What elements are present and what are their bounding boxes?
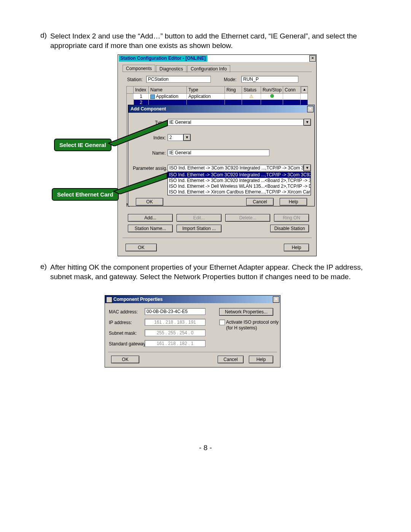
divider [123,238,312,238]
help-button[interactable]: Help [280,198,307,206]
help-button[interactable]: Help [284,244,309,251]
col-runstop: Run/Stop [261,86,283,94]
divider [108,352,277,352]
list-item[interactable]: ISO Ind. Ethernet -> Xircom Cardbus Ethe… [168,189,311,195]
station-name-button[interactable]: Station Name... [128,225,173,232]
name-input[interactable]: IE General [167,149,269,156]
param-combo[interactable]: ISO Ind. Ethernet -> 3Com 3C920 Integrat… [167,165,311,171]
ok-button[interactable]: OK [126,244,157,251]
index-label: Index: [153,135,166,141]
component-properties-title: Component Properties × [105,296,280,303]
subnet-label: Subnet mask: [109,331,137,336]
mode-field: RUN_P [241,76,298,83]
chevron-down-icon[interactable]: ▼ [304,165,311,171]
app-icon [106,297,112,303]
ip-label: IP address: [109,320,132,325]
close-icon[interactable]: × [273,296,279,303]
type-label: Type: [155,120,166,125]
scroll-up-icon[interactable]: ▲ [301,86,308,93]
col-status: Status [242,86,261,94]
col-ring: Ring [225,86,242,94]
subnet-input: 255 . 255 . 254 . 0 [145,329,206,336]
col-type: Type [187,86,225,94]
type-combo[interactable]: IE General ▼ [167,119,311,126]
list-marker-e: e) [40,262,47,271]
station-label: Station: [127,77,143,82]
list-item[interactable]: ISO Ind. Ethernet -> 3Com 3C920 Integrat… [168,172,311,178]
tabs: Components Diagnostics Configuration Inf… [123,65,231,72]
callout-ie-general: Select IE General [54,139,112,151]
gateway-input: 161 . 218 . 182 . 1 [145,340,206,347]
run-indicator-icon [270,94,274,98]
paragraph-d: Select Index 2 and use the “Add…” button… [50,31,358,50]
list-item[interactable]: ISO Ind. Ethernet -> Dell Wireless WLAN … [168,184,311,189]
edit-button[interactable]: Edit... [177,214,221,222]
mac-label: MAC address: [109,309,138,315]
add-button[interactable]: Add... [128,214,173,222]
station-name-field: PCStation [146,76,211,83]
table-row[interactable]: 1 Application Application ⚠ [127,94,307,100]
network-properties-button[interactable]: Network Properties... [219,308,273,316]
col-conn: Conn [283,86,301,94]
callout-ethernet-card: Select Ethernet Card [52,188,119,201]
activate-iso-label: Activate ISO protocol only [226,320,279,325]
paragraph-e: After hitting OK the component propertie… [50,262,366,281]
add-component-dialog: Add Component × Type: IE General ▼ Index… [128,105,315,206]
component-properties-window: Component Properties × MAC address: 00-0… [105,295,280,367]
list-item[interactable]: ISO Ind. Ethernet -> 3Com 3C920 Integrat… [168,178,311,184]
grid-header: Index Name Type Ring Status Run/Stop Con… [127,86,307,94]
chevron-down-icon[interactable]: ▼ [304,119,311,126]
mac-input[interactable]: 00-0B-DB-23-4C-E5 [145,308,206,315]
mode-label: Mode: [224,77,236,82]
import-station-button[interactable]: Import Station ... [177,225,221,232]
ring-on-button[interactable]: Ring ON [274,214,309,222]
name-label: Name: [152,150,166,156]
ok-button[interactable]: OK [136,198,163,206]
help-button[interactable]: Help [249,356,273,363]
col-name: Name [149,86,187,94]
ok-button[interactable]: OK [111,356,139,363]
tab-divider [123,72,312,72]
activate-iso-label2: (for H systems) [226,325,257,331]
add-component-title: Add Component × [128,105,314,113]
cancel-button[interactable]: Cancel [218,356,244,363]
window-title: Station Configuration Editor - [ONLINE] [119,55,207,62]
col-index: Index [134,86,149,94]
tab-components[interactable]: Components [123,65,155,72]
page-number: - 8 - [0,444,411,452]
index-combo[interactable]: 2 ▼ [167,134,191,141]
ip-input: 161 . 218 . 183 . 191 [145,319,206,326]
close-icon[interactable]: × [309,55,316,62]
param-label: Parameter assig.: [133,166,169,171]
delete-button[interactable]: Delete... [225,214,270,222]
application-icon [150,94,155,99]
status-warning-icon: ⚠ [242,94,261,100]
activate-iso-checkbox[interactable] [219,320,225,325]
components-grid[interactable]: Index Name Type Ring Status Run/Stop Con… [126,86,308,106]
gateway-label: Standard gateway: [109,341,147,347]
close-icon[interactable]: × [307,106,314,112]
list-marker-d: d) [40,31,47,40]
disable-station-button[interactable]: Disable Station [270,225,309,232]
param-dropdown[interactable]: ISO Ind. Ethernet -> 3Com 3C920 Integrat… [167,172,311,195]
chevron-down-icon[interactable]: ▼ [183,134,191,141]
cancel-button[interactable]: Cancel [246,198,274,206]
